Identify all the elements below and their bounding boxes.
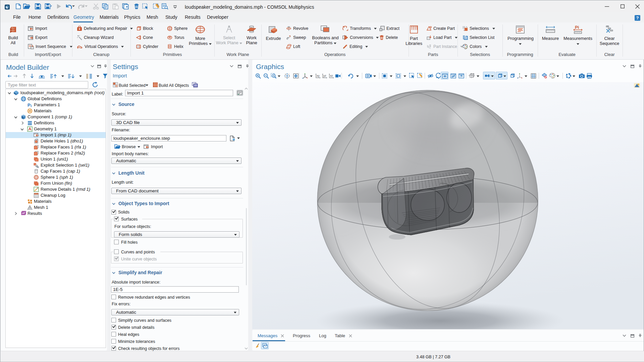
svg-text:Pi: Pi [575,25,579,30]
svg-text:yz: yz [323,74,326,77]
svg-text:P: P [28,103,31,108]
svg-text:¡: ¡ [31,103,32,107]
svg-text:xy: xy [317,74,320,77]
svg-text:xz: xz [330,74,333,77]
